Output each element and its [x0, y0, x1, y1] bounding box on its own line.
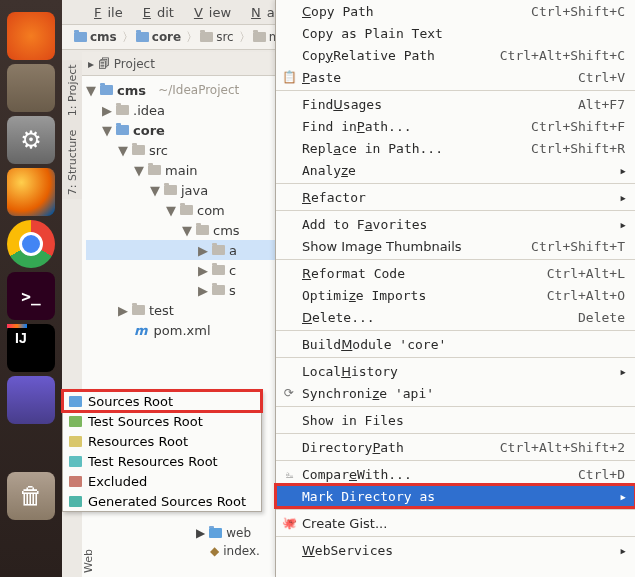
terminal-icon[interactable]	[7, 272, 55, 320]
mark-directory-submenu: Sources Root Test Sources Root Resources…	[62, 390, 262, 512]
crumb-cms[interactable]: cms	[74, 29, 136, 46]
mark-test-resources-root[interactable]: Test Resources Root	[63, 451, 261, 471]
ctx-copy-path[interactable]: Copy PathCtrl+Shift+C	[276, 0, 635, 22]
tree-bottom-peek: ▶web ◆index.	[196, 524, 260, 560]
sources-root-icon	[69, 396, 82, 407]
files-icon[interactable]	[7, 64, 55, 112]
firefox-icon[interactable]	[7, 168, 55, 216]
ctx-compare[interactable]: ⎁Compare With...Ctrl+D	[276, 463, 635, 485]
mark-resources-root[interactable]: Resources Root	[63, 431, 261, 451]
ctx-mark-directory-as[interactable]: Mark Directory as	[276, 485, 635, 507]
menu-file[interactable]: FFileile	[82, 3, 129, 22]
mark-generated-sources[interactable]: Generated Sources Root	[63, 491, 261, 511]
tab-structure[interactable]: 7: Structure	[66, 130, 79, 195]
toolwindow-tabs: 7: Structure 1: Project	[62, 60, 82, 199]
ctx-add-fav[interactable]: Add to Favorites	[276, 213, 635, 235]
project-panel-title: Project	[114, 57, 155, 71]
settings-icon[interactable]: ⚙	[7, 116, 55, 164]
workspaces-icon[interactable]	[7, 376, 55, 424]
compare-icon: ⎁	[282, 467, 296, 481]
ctx-webservices[interactable]: WebServices	[276, 539, 635, 561]
tree-index[interactable]: ◆index.	[196, 542, 260, 560]
test-sources-icon	[69, 416, 82, 427]
ctx-refactor[interactable]: Refactor	[276, 186, 635, 208]
crumb-src[interactable]: src	[200, 29, 253, 46]
unity-launcher: ⚙ 🗑	[0, 0, 62, 577]
ctx-reformat[interactable]: Reformat CodeCtrl+Alt+L	[276, 262, 635, 284]
ctx-delete[interactable]: Delete...Delete	[276, 306, 635, 328]
menu-edit[interactable]: Edit	[131, 3, 180, 22]
ctx-find-in-path[interactable]: Find in Path...Ctrl+Shift+F	[276, 115, 635, 137]
mark-excluded[interactable]: Excluded	[63, 471, 261, 491]
dash-icon[interactable]	[7, 12, 55, 60]
ctx-analyze[interactable]: Analyze	[276, 159, 635, 181]
github-icon: 🐙	[282, 516, 296, 530]
crumb-core[interactable]: core	[136, 29, 200, 46]
resources-icon	[69, 436, 82, 447]
ctx-create-gist[interactable]: 🐙Create Gist...	[276, 512, 635, 534]
ctx-build[interactable]: Build Module 'core'	[276, 333, 635, 355]
intellij-icon[interactable]	[7, 324, 55, 372]
ctx-show-in-files[interactable]: Show in Files	[276, 409, 635, 431]
ctx-find-usages[interactable]: Find UsagesAlt+F7	[276, 93, 635, 115]
menu-view[interactable]: View	[182, 3, 237, 22]
sync-icon: ⟳	[282, 386, 296, 400]
chrome-icon[interactable]	[7, 220, 55, 268]
context-menu: Copy PathCtrl+Shift+C Copy as Plain Text…	[275, 0, 635, 577]
ctx-copy-rel[interactable]: Copy Relative PathCtrl+Alt+Shift+C	[276, 44, 635, 66]
trash-icon[interactable]: 🗑	[7, 472, 55, 520]
ctx-copy-plain[interactable]: Copy as Plain Text	[276, 22, 635, 44]
mark-sources-root[interactable]: Sources Root	[63, 391, 261, 411]
excluded-icon	[69, 476, 82, 487]
project-dropdown-icon[interactable]: ▸ 🗐	[88, 57, 110, 71]
ctx-sync[interactable]: ⟳Synchronize 'api'	[276, 382, 635, 404]
ctx-optimize[interactable]: Optimize ImportsCtrl+Alt+O	[276, 284, 635, 306]
generated-sources-icon	[69, 496, 82, 507]
tree-web[interactable]: ▶web	[196, 524, 260, 542]
ctx-show-thumb[interactable]: Show Image ThumbnailsCtrl+Shift+T	[276, 235, 635, 257]
test-resources-icon	[69, 456, 82, 467]
ctx-replace-in-path[interactable]: Replace in Path...Ctrl+Shift+R	[276, 137, 635, 159]
ctx-dir-path[interactable]: Directory PathCtrl+Alt+Shift+2	[276, 436, 635, 458]
mark-test-sources-root[interactable]: Test Sources Root	[63, 411, 261, 431]
ctx-paste[interactable]: 📋PasteCtrl+V	[276, 66, 635, 88]
ctx-local-history[interactable]: Local History	[276, 360, 635, 382]
tab-project[interactable]: 1: Project	[66, 64, 79, 116]
paste-icon: 📋	[282, 70, 296, 84]
web-toolwindow-tab[interactable]: Web	[82, 549, 95, 573]
